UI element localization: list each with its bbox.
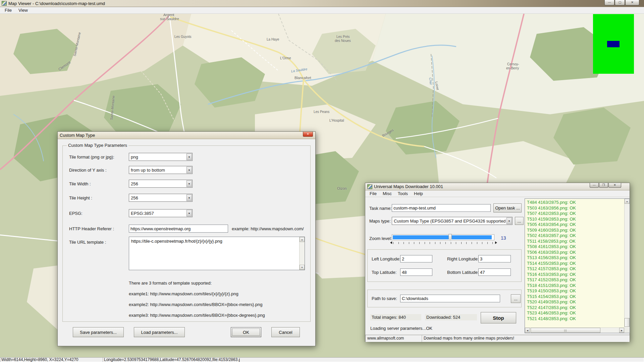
menu-item-tools[interactable]: Tools xyxy=(395,191,411,196)
log-entry[interactable]: T514 4155/2853.png: OK xyxy=(527,261,624,266)
close-button[interactable]: ✕ xyxy=(625,0,639,5)
left-longitude-input[interactable] xyxy=(400,255,432,262)
log-entry[interactable]: T502 4163/2857.png: OK xyxy=(527,233,624,239)
chevron-down-icon[interactable]: ▼ xyxy=(186,167,192,173)
slider-right-arrow-icon xyxy=(495,241,497,244)
menu-item-file[interactable]: File xyxy=(367,191,379,196)
download-log-list[interactable]: T484 4163/2875.png: OKT503 4163/2856.png… xyxy=(525,198,630,333)
status-dimensions: Width=6144,Height=8960, X=3224,Y=4270 xyxy=(0,357,103,362)
ok-button[interactable]: OK xyxy=(231,327,261,337)
epsg-select[interactable]: EPSG:3857 ▼ xyxy=(129,209,193,217)
zoom-level-label: Zoom level: xyxy=(369,236,392,241)
log-entry[interactable]: T510 4159/2853.png: OK xyxy=(527,217,624,222)
maps-type-more-button[interactable]: ... xyxy=(515,217,524,225)
referer-input[interactable] xyxy=(129,225,228,233)
custom-map-type-dialog: Custom Map Type ✕ Custom Map Type Parame… xyxy=(57,131,316,346)
log-entry[interactable]: T508 4161/2853.png: OK xyxy=(527,244,624,250)
top-latitude-input[interactable] xyxy=(400,268,432,276)
template-example-1: example1: http://www.mapsdown.com/tiles/… xyxy=(129,291,238,296)
chevron-down-icon[interactable]: ▼ xyxy=(186,210,192,217)
task-name-input[interactable] xyxy=(392,204,491,212)
template-example-3: example3: http://www.mapsdown.com/tiles/… xyxy=(129,313,265,318)
log-entry[interactable]: T506 4163/2853.png: OK xyxy=(527,250,624,255)
template-formats-heading: There are 3 formats of template supporte… xyxy=(129,281,212,286)
menu-item-misc[interactable]: Misc xyxy=(380,191,394,196)
log-entry[interactable]: T512 4157/2853.png: OK xyxy=(527,266,624,272)
vertical-scroll-thumb[interactable] xyxy=(625,318,630,327)
open-task-button[interactable]: Open task ... xyxy=(493,203,522,213)
log-entry[interactable]: T520 4149/2853.png: OK xyxy=(527,299,624,305)
maps-type-select[interactable]: Custom Map Type (EPSG3857 and EPSG4326 s… xyxy=(392,217,513,225)
log-entry[interactable]: T517 4152/2853.png: OK xyxy=(527,277,624,283)
log-entry[interactable]: T515 4154/2853.png: OK xyxy=(527,294,624,300)
textarea-scrollbar[interactable]: ▲ ▼ xyxy=(299,237,305,270)
tile-url-template-textarea[interactable]: https://tile-c.openstreetmap.fr/hot/{z}/… xyxy=(129,237,305,270)
log-entry[interactable]: T516 4153/2853.png: OK xyxy=(527,272,624,278)
close-button[interactable]: ✕ xyxy=(608,183,621,188)
downloaded-region-indicator xyxy=(607,41,620,47)
tile-format-label: Tile format (png or jpg): xyxy=(69,155,114,160)
log-entry[interactable]: T505 4163/2854.png: OK xyxy=(527,222,624,228)
scroll-left-icon[interactable]: ◀ xyxy=(525,328,530,333)
chevron-down-icon[interactable]: ▼ xyxy=(186,154,192,160)
log-entry[interactable]: T513 4156/2853.png: OK xyxy=(527,255,624,261)
path-to-save-input[interactable] xyxy=(400,295,500,302)
chevron-down-icon[interactable]: ▼ xyxy=(186,194,192,201)
dialog-close-button[interactable]: ✕ xyxy=(303,132,313,137)
log-entry[interactable]: T509 4160/2853.png: OK xyxy=(527,228,624,233)
restore-button[interactable]: ❐ xyxy=(599,183,608,188)
scroll-right-icon[interactable]: ▶ xyxy=(619,328,624,333)
tile-url-template-label: Tile URL template : xyxy=(69,240,106,245)
log-vertical-scrollbar[interactable]: ▲ xyxy=(624,199,630,327)
log-entry[interactable]: T521 4148/2853.png: OK xyxy=(527,316,624,322)
minimize-button[interactable]: — xyxy=(590,183,599,188)
zoom-slider[interactable] xyxy=(392,234,494,240)
right-longitude-input[interactable] xyxy=(478,255,511,262)
log-entry[interactable]: T519 4150/2853.png: OK xyxy=(527,288,624,294)
right-longitude-label: Right Longitude: xyxy=(447,256,479,261)
browse-path-button[interactable]: ... xyxy=(511,294,521,303)
tile-height-select[interactable]: 256 ▼ xyxy=(129,194,193,202)
log-entry[interactable]: T507 4162/2853.png: OK xyxy=(527,211,624,217)
cancel-button[interactable]: Cancel xyxy=(271,327,300,337)
scroll-up-icon[interactable]: ▲ xyxy=(625,199,630,204)
log-entry[interactable]: T484 4163/2875.png: OK xyxy=(527,200,624,205)
save-parameters-button[interactable]: Save parameters... xyxy=(73,327,124,337)
load-parameters-button[interactable]: Load parameters... xyxy=(134,327,185,337)
umd-menubar: FileMiscToolsHelp xyxy=(365,190,630,197)
tile-format-select[interactable]: png ▼ xyxy=(129,153,193,161)
bounds-groupbox: Left Longitude: Right Longitude: Top Lat… xyxy=(367,249,522,282)
minimize-button[interactable]: — xyxy=(604,0,614,5)
chevron-down-icon[interactable]: ▼ xyxy=(506,218,512,224)
zoom-slider-thumb[interactable] xyxy=(448,234,452,241)
log-entry[interactable]: T511 4158/2853.png: OK xyxy=(527,239,624,244)
log-entries: T484 4163/2875.png: OKT503 4163/2856.png… xyxy=(525,199,624,327)
horizontal-scroll-thumb[interactable] xyxy=(531,328,600,333)
dialog-titlebar[interactable]: Custom Map Type xyxy=(58,132,315,139)
maximize-button[interactable]: ▢ xyxy=(615,0,625,5)
map-viewer-app-icon xyxy=(2,1,7,6)
log-entry[interactable]: T523 4146/2853.png: OK xyxy=(527,310,624,316)
log-entry[interactable]: T518 4151/2853.png: OK xyxy=(527,283,624,289)
umd-window-title: Universal Maps Downloader 10.001 xyxy=(374,184,443,189)
chevron-down-icon[interactable]: ▼ xyxy=(186,180,192,187)
stop-button[interactable]: Stop xyxy=(481,312,516,323)
log-horizontal-scrollbar[interactable]: ◀ ▶ xyxy=(525,327,624,333)
zoom-level-value: 13 xyxy=(501,235,506,241)
loading-status-text: Loading server parameters...OK xyxy=(370,326,432,331)
scroll-up-icon[interactable]: ▲ xyxy=(300,237,305,242)
log-entry[interactable]: T503 4163/2856.png: OK xyxy=(527,205,624,211)
menu-item-help[interactable]: Help xyxy=(411,191,426,196)
log-entry[interactable]: T522 4147/2853.png: OK xyxy=(527,305,624,311)
screen: Argentsur-SauldreLes GuyotsLa HayeL'Orme… xyxy=(0,0,644,362)
menu-item-view[interactable]: View xyxy=(16,7,31,13)
y-axis-direction-select[interactable]: from up to bottom ▼ xyxy=(129,166,193,174)
main-window-title: Map Viewer - C:\downloads\custom-map-tes… xyxy=(8,1,105,6)
menu-item-file[interactable]: File xyxy=(2,7,14,13)
y-axis-direction-label: Direction of Y axis : xyxy=(69,168,107,173)
scroll-down-icon[interactable]: ▼ xyxy=(300,265,305,270)
tile-width-select[interactable]: 256 ▼ xyxy=(129,180,193,188)
main-titlebar[interactable]: Map Viewer - C:\downloads\custom-map-tes… xyxy=(0,0,644,7)
bottom-latitude-input[interactable] xyxy=(478,268,511,276)
downloaded-count-text: Downloaded: 524 xyxy=(425,314,477,320)
